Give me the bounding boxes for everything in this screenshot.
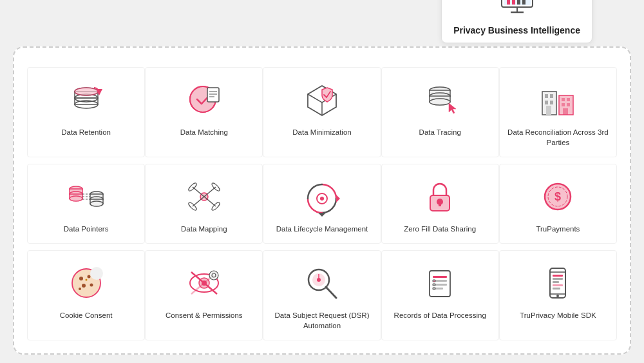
outer-container: Privacy Business Intelligence: [13, 13, 631, 355]
svg-point-65: [320, 197, 324, 201]
svg-rect-38: [567, 103, 570, 106]
svg-rect-33: [546, 106, 551, 115]
svg-rect-107: [553, 284, 563, 286]
svg-rect-35: [562, 98, 565, 101]
cell-data-lifecycle: Data Lifecycle Management: [263, 164, 381, 244]
svg-point-77: [79, 288, 81, 290]
cell-zero-fill-label: Zero Fill Data Sharing: [404, 224, 476, 234]
svg-rect-93: [433, 276, 447, 278]
svg-point-90: [317, 278, 321, 282]
svg-point-75: [82, 284, 86, 288]
svg-rect-32: [550, 101, 553, 104]
svg-point-79: [85, 279, 87, 281]
cell-consent-permissions-label: Consent & Permissions: [166, 310, 243, 320]
cell-trupayments: $ TruPayments: [499, 164, 617, 244]
cell-data-reconciliation: Data Reconciliation Across 3rd Parties: [499, 67, 617, 157]
dsr-automation-icon: [301, 262, 343, 304]
monitor-icon: [500, 0, 534, 21]
cell-data-mapping: Data Mapping: [145, 164, 263, 244]
svg-point-13: [75, 88, 98, 95]
svg-point-26: [430, 99, 450, 105]
badge-title: Privacy Business Intelligence: [453, 25, 580, 36]
cell-truprivacy-sdk: TruPrivacy Mobile SDK: [499, 250, 617, 340]
header-badge: Privacy Business Intelligence: [441, 0, 592, 43]
svg-point-78: [90, 267, 103, 280]
cell-cookie-consent: Cookie Consent: [27, 250, 145, 340]
cell-dsr-automation-label: Data Subject Request (DSR) Automation: [270, 310, 374, 331]
data-matching-icon: [184, 79, 225, 121]
cell-truprivacy-sdk-label: TruPrivacy Mobile SDK: [520, 310, 596, 320]
svg-rect-36: [567, 98, 570, 101]
svg-marker-62: [336, 195, 340, 202]
cell-data-retention: Data Retention: [27, 67, 145, 157]
data-tracing-icon: [419, 79, 460, 121]
svg-point-44: [70, 196, 82, 201]
cell-data-minimization: Data Minimization: [263, 67, 381, 157]
svg-point-76: [90, 284, 93, 287]
svg-rect-5: [522, 0, 526, 5]
svg-rect-106: [553, 281, 559, 283]
svg-rect-104: [553, 275, 563, 277]
records-processing-icon: [419, 262, 460, 304]
svg-line-88: [326, 287, 336, 298]
data-lifecycle-icon: [301, 176, 343, 217]
cell-data-tracing: Data Tracing: [381, 67, 499, 157]
cell-dsr-automation: Data Subject Request (DSR) Automation: [263, 250, 381, 340]
cell-data-mapping-label: Data Mapping: [181, 224, 227, 234]
cell-data-pointers: Data Pointers: [27, 164, 145, 244]
svg-rect-29: [545, 94, 548, 98]
zero-fill-icon: [419, 176, 460, 217]
truprivacy-sdk-icon: [537, 262, 578, 304]
svg-rect-4: [517, 0, 520, 5]
svg-rect-108: [553, 288, 560, 289]
cell-data-minimization-label: Data Minimization: [292, 127, 351, 137]
svg-rect-37: [562, 103, 565, 106]
svg-text:$: $: [554, 190, 561, 203]
data-minimization-icon: [301, 79, 343, 121]
svg-point-103: [556, 295, 559, 297]
svg-marker-27: [449, 103, 456, 113]
svg-point-85: [209, 271, 218, 280]
svg-rect-16: [207, 88, 219, 102]
cell-records-processing: Records of Data Processing: [381, 250, 499, 340]
data-mapping-icon: [184, 176, 225, 217]
cell-data-matching-label: Data Matching: [180, 127, 228, 137]
main-box: Data Retention: [13, 46, 631, 355]
svg-point-49: [90, 201, 103, 206]
cell-data-pointers-label: Data Pointers: [64, 224, 109, 234]
data-retention-icon: [66, 79, 107, 121]
data-pointers-icon: [66, 176, 107, 217]
svg-rect-30: [550, 94, 553, 98]
cookie-consent-icon: [66, 262, 107, 304]
svg-marker-63: [318, 213, 326, 217]
svg-rect-2: [507, 0, 510, 5]
cell-data-lifecycle-label: Data Lifecycle Management: [276, 224, 368, 234]
svg-rect-68: [439, 202, 441, 206]
svg-point-73: [79, 277, 83, 280]
cell-data-reconciliation-label: Data Reconciliation Across 3rd Parties: [506, 127, 610, 148]
cell-consent-permissions: Consent & Permissions: [145, 250, 263, 340]
trupayments-icon: $: [537, 176, 578, 217]
data-reconciliation-icon: [537, 79, 578, 121]
svg-rect-39: [563, 108, 568, 115]
cell-trupayments-label: TruPayments: [536, 224, 580, 234]
svg-rect-105: [553, 278, 563, 280]
svg-rect-31: [545, 101, 548, 104]
feature-grid: Data Retention: [27, 67, 617, 340]
svg-point-74: [87, 275, 90, 279]
cell-data-retention-label: Data Retention: [61, 127, 111, 137]
consent-permissions-icon: [184, 262, 225, 304]
cell-data-tracing-label: Data Tracing: [419, 127, 461, 137]
cell-records-processing-label: Records of Data Processing: [394, 310, 486, 320]
svg-rect-3: [512, 0, 515, 5]
cell-zero-fill: Zero Fill Data Sharing: [381, 164, 499, 244]
cell-cookie-consent-label: Cookie Consent: [60, 310, 113, 320]
cell-data-matching: Data Matching: [145, 67, 263, 157]
